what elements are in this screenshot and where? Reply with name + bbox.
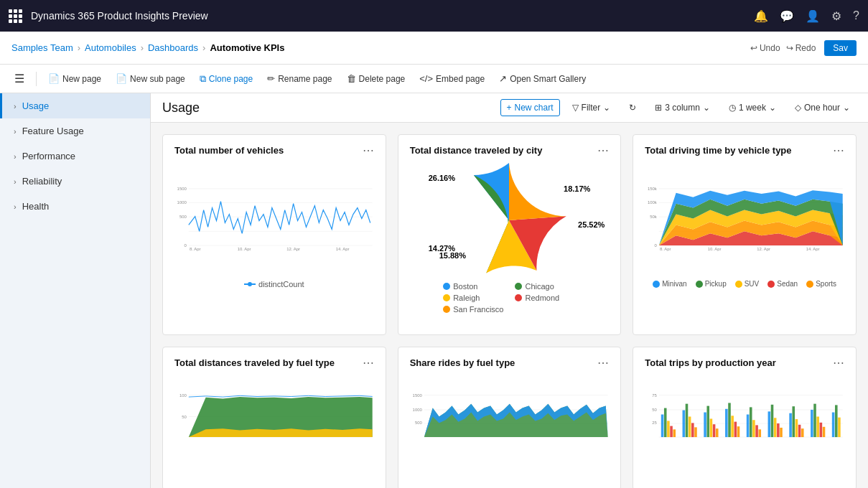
- svg-rect-69: [713, 424, 716, 437]
- svg-rect-68: [710, 418, 713, 437]
- content-title: Usage: [162, 100, 200, 116]
- interval-button[interactable]: ◇ One hour ⌄: [788, 99, 857, 116]
- svg-rect-57: [664, 408, 667, 437]
- new-sub-page-icon: 📄: [116, 73, 127, 84]
- svg-rect-90: [801, 428, 804, 437]
- svg-rect-70: [716, 428, 719, 437]
- columns-button[interactable]: ⊞ 3 column ⌄: [648, 99, 717, 116]
- breadcrumb-current: Automotive KPIs: [210, 42, 284, 53]
- svg-rect-59: [671, 426, 673, 437]
- save-button[interactable]: Sav: [824, 40, 857, 56]
- svg-text:8. Apr: 8. Apr: [190, 247, 201, 251]
- svg-text:10. Apr: 10. Apr: [708, 247, 722, 251]
- svg-rect-83: [774, 418, 777, 437]
- svg-rect-79: [756, 425, 759, 437]
- svg-text:500: 500: [415, 421, 423, 425]
- refresh-button[interactable]: ↻: [622, 99, 643, 116]
- clone-page-button[interactable]: ⧉ Clone page: [194, 70, 258, 88]
- breadcrumb: Samples Team › Automobiles › Dashboards …: [11, 42, 284, 53]
- chart-body-share-rides: 1500 1000 500: [398, 375, 621, 486]
- legend-dot-pickup: [696, 281, 703, 288]
- undo-redo-group: ↩ Undo ↪ Redo: [750, 43, 816, 53]
- area-fuel-svg: 100 50: [172, 375, 377, 458]
- rename-page-button[interactable]: ✏ Rename page: [261, 70, 337, 87]
- sidebar-item-feature-usage[interactable]: › Feature Usage: [0, 118, 150, 144]
- breadcrumb-bar: Samples Team › Automobiles › Dashboards …: [0, 32, 868, 65]
- time-range-button[interactable]: ◷ 1 week ⌄: [722, 99, 783, 116]
- sidebar-item-label: Usage: [22, 100, 50, 111]
- breadcrumb-item-dashboards[interactable]: Dashboards: [148, 42, 198, 53]
- redo-button[interactable]: ↪ Redo: [786, 43, 816, 53]
- chart-more-button[interactable]: ⋯: [363, 144, 374, 157]
- breadcrumb-item-team[interactable]: Samples Team: [11, 42, 73, 53]
- svg-rect-63: [689, 417, 691, 438]
- chart-title: Share rides by fuel type: [410, 357, 515, 368]
- svg-text:1000: 1000: [412, 408, 422, 412]
- chevron-icon: ›: [14, 127, 17, 136]
- chart-more-button[interactable]: ⋯: [833, 144, 844, 157]
- sidebar: › Usage › Feature Usage › Performance › …: [0, 93, 151, 488]
- legend-minivan: Minivan: [653, 280, 686, 288]
- filter-button[interactable]: ▽ Filter ⌄: [566, 99, 617, 116]
- svg-rect-89: [798, 425, 801, 437]
- sidebar-item-usage[interactable]: › Usage: [0, 93, 150, 118]
- new-page-button[interactable]: 📄 New page: [42, 70, 107, 87]
- filter-icon: ▽: [572, 103, 579, 113]
- delete-icon: 🗑: [347, 73, 356, 84]
- svg-text:50: 50: [653, 408, 658, 412]
- chart-title: Total driving time by vehicle type: [645, 145, 791, 156]
- svg-rect-56: [661, 415, 664, 438]
- chart-card-share-rides: Share rides by fuel type ⋯ 1500 1000 500: [398, 347, 622, 488]
- svg-text:0: 0: [185, 243, 187, 248]
- svg-text:50: 50: [182, 415, 187, 419]
- time-chevron-icon: ⌄: [769, 103, 776, 113]
- legend-item-chicago: Chicago: [515, 282, 575, 291]
- embed-page-button[interactable]: </> Embed page: [414, 70, 490, 87]
- bar-rides-svg: 1500 1000 500: [407, 375, 612, 458]
- breadcrumb-item-automobiles[interactable]: Automobiles: [85, 42, 136, 53]
- chart-header-share-rides: Share rides by fuel type ⋯: [398, 347, 621, 375]
- sidebar-item-health[interactable]: › Health: [0, 194, 150, 219]
- hamburger-button[interactable]: ☰: [9, 69, 30, 88]
- help-icon[interactable]: ?: [853, 9, 859, 22]
- feedback-icon[interactable]: 💬: [780, 9, 794, 23]
- chart-more-button[interactable]: ⋯: [833, 356, 844, 370]
- new-sub-page-button[interactable]: 📄 New sub page: [110, 70, 191, 87]
- svg-rect-78: [752, 420, 755, 437]
- chart-title: Total distance traveled by city: [410, 145, 543, 156]
- svg-rect-71: [725, 409, 728, 437]
- svg-text:100: 100: [179, 393, 187, 398]
- legend-line: distinctCount: [244, 280, 304, 288]
- chart-more-button[interactable]: ⋯: [597, 144, 609, 157]
- sidebar-item-reliability[interactable]: › Reliability: [0, 169, 150, 194]
- delete-page-button[interactable]: 🗑 Delete page: [341, 70, 411, 87]
- person-icon[interactable]: 👤: [806, 9, 820, 23]
- svg-rect-77: [750, 407, 752, 437]
- legend-sedan: Sedan: [767, 280, 798, 288]
- svg-text:10. Apr: 10. Apr: [238, 247, 251, 251]
- chart-more-button[interactable]: ⋯: [363, 356, 374, 370]
- svg-rect-87: [793, 406, 795, 437]
- pie-legends: Boston Chicago Raleigh: [443, 282, 576, 314]
- bar-trips-svg: 75 50 25: [642, 375, 847, 458]
- chart-legend: Minivan Pickup SUV Sedan: [642, 280, 847, 288]
- undo-button[interactable]: ↩ Undo: [750, 43, 780, 53]
- bell-icon[interactable]: 🔔: [754, 9, 768, 23]
- clone-icon: ⧉: [200, 73, 206, 85]
- svg-text:500: 500: [179, 215, 187, 219]
- waffle-icon[interactable]: [9, 9, 22, 23]
- grid-icon: ⊞: [655, 103, 662, 113]
- svg-text:1000: 1000: [177, 200, 187, 205]
- svg-marker-39: [189, 428, 373, 437]
- sidebar-item-performance[interactable]: › Performance: [0, 144, 150, 169]
- open-smart-gallery-button[interactable]: ↗ Open Smart Gallery: [493, 70, 592, 87]
- chart-title: Total trips by production year: [645, 357, 776, 368]
- settings-icon[interactable]: ⚙: [831, 9, 841, 23]
- new-chart-button[interactable]: + New chart: [500, 99, 560, 116]
- svg-rect-82: [771, 405, 774, 437]
- chart-more-button[interactable]: ⋯: [597, 356, 609, 370]
- chart-card-distance-city: Total distance traveled by city ⋯: [398, 134, 622, 335]
- chevron-icon: ›: [14, 202, 17, 211]
- chart-body-distances-fuel: 100 50: [163, 375, 386, 486]
- chart-header-distances-fuel: Total distances traveled by fuel type ⋯: [163, 347, 386, 375]
